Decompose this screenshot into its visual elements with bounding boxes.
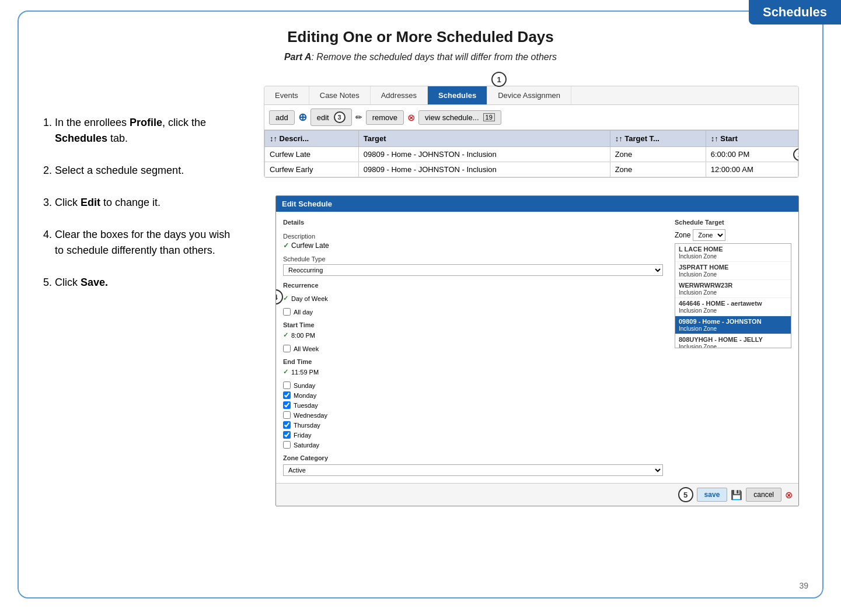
badge-4-container: 4	[275, 289, 283, 304]
friday-label: Friday	[294, 432, 312, 439]
zone-name-3: WERWRWRW23R	[679, 282, 787, 289]
description-value-container: ✓ Curfew Late	[283, 242, 663, 250]
schedule-type-label: Schedule Type	[283, 256, 663, 262]
edit-pencil-icon[interactable]: ✏	[355, 112, 362, 123]
dialog-footer: 5 save 💾 cancel ⊗	[276, 483, 798, 506]
sunday-checkbox[interactable]	[283, 382, 291, 389]
table-row[interactable]: Curfew Late 09809 - Home - JOHNSTON - In…	[265, 147, 798, 162]
details-label: Details	[283, 219, 663, 226]
end-time-value: 11:59 PM	[291, 369, 319, 376]
toolbar: add ⊕ edit 3 ✏	[264, 105, 798, 130]
badge-3: 3	[334, 111, 346, 123]
zone-name-2: JSPRATT HOME	[679, 264, 787, 271]
page-container: Schedules Editing One or More Scheduled …	[0, 0, 841, 616]
plus-icon: ⊕	[298, 111, 307, 124]
badge-2: 2	[793, 148, 799, 161]
add-icon-button[interactable]: ⊕	[298, 111, 307, 124]
tuesday-checkbox[interactable]	[283, 401, 291, 409]
sunday-label: Sunday	[294, 382, 315, 389]
edit-button[interactable]: edit 3	[310, 108, 352, 126]
table-row[interactable]: Curfew Early 09809 - Home - JOHNSTON - I…	[265, 162, 798, 177]
save-button[interactable]: save	[697, 488, 728, 502]
end-time-checkmark: ✓	[283, 368, 288, 376]
zone-item-5[interactable]: 09809 - Home - JOHNSTON Inclusion Zone	[675, 316, 791, 334]
thursday-checkbox[interactable]	[283, 421, 291, 429]
save-disk-icon[interactable]: 💾	[731, 489, 742, 501]
subtitle-bold: Part A	[284, 52, 312, 62]
col-target[interactable]: Target	[358, 131, 610, 147]
remove-button[interactable]: remove	[366, 110, 404, 125]
steps-list: In the enrollees Profile, click the Sche…	[42, 115, 240, 290]
remove-icon[interactable]: ⊗	[407, 112, 415, 123]
dialog-left: Details Description ✓ Curfew Late	[283, 219, 663, 476]
schedule-type-select[interactable]: Reoccurring	[283, 264, 663, 276]
view-schedule-badge: 19	[483, 113, 495, 121]
monday-label: Monday	[294, 392, 316, 399]
zone-target-select[interactable]: Zone	[693, 229, 725, 241]
badge-1-container: 1	[491, 72, 507, 87]
schedule-target-label: Schedule Target	[675, 219, 791, 226]
tab-device-assignment[interactable]: Device Assignmen	[487, 86, 571, 104]
zone-item-4[interactable]: 464646 - HOME - aertawetw Inclusion Zone	[675, 298, 791, 316]
all-week-checkbox[interactable]	[283, 345, 291, 352]
day-of-week-label: Day of Week	[291, 295, 328, 302]
schedules-tab-label: Schedules	[763, 5, 827, 19]
zone-category-select[interactable]: Active	[283, 464, 663, 476]
step-2: Select a schedule segment.	[55, 163, 240, 178]
dialog-title-bar: Edit Schedule	[276, 196, 798, 212]
save-label: save	[704, 491, 720, 499]
all-week-label: All Week	[294, 345, 319, 352]
saturday-checkbox[interactable]	[283, 441, 291, 449]
subtitle-rest: : Remove the scheduled days that will di…	[311, 52, 557, 62]
details-section: Details	[283, 219, 663, 227]
friday-checkbox[interactable]	[283, 431, 291, 439]
zone-item-2[interactable]: JSPRATT HOME Inclusion Zone	[675, 262, 791, 280]
zone-name-1: L LACE HOME	[679, 246, 787, 253]
days-section: Sunday Monday Tuesday	[283, 382, 663, 449]
tab-addresses[interactable]: Addresses	[371, 86, 428, 104]
cell-target-2: 09809 - Home - JOHNSTON - Inclusion	[358, 162, 610, 177]
cancel-icon[interactable]: ⊗	[785, 489, 793, 501]
zone-category-label: Zone Category	[283, 454, 663, 461]
start-time-checkmark: ✓	[283, 331, 288, 339]
zone-category-row: Zone Category Active	[283, 454, 663, 476]
checkmark-icon: ✓	[283, 242, 289, 250]
tab-case-notes[interactable]: Case Notes	[309, 86, 371, 104]
tab-schedules[interactable]: Schedules	[428, 86, 487, 104]
monday-checkbox[interactable]	[283, 391, 291, 399]
zone-name-5: 09809 - Home - JOHNSTON	[679, 318, 787, 325]
zone-sub-4: Inclusion Zone	[679, 307, 717, 314]
badge-5: 5	[678, 487, 693, 502]
cell-start-2: 12:00:00 AM	[706, 162, 798, 177]
cell-target-type-1: Zone	[610, 147, 706, 162]
page-title: Editing One or More Scheduled Days	[19, 12, 822, 52]
all-day-row: All day	[283, 308, 663, 316]
saturday-label: Saturday	[294, 442, 319, 449]
step-4: Clear the boxes for the days you wish to…	[55, 227, 240, 258]
col-description[interactable]: ↕↑ Descri...	[265, 131, 359, 147]
cancel-button[interactable]: cancel	[746, 488, 781, 502]
zone-item-3[interactable]: WERWRWRW23R Inclusion Zone	[675, 280, 791, 298]
dialog-body: Details Description ✓ Curfew Late	[276, 212, 798, 483]
all-day-checkbox[interactable]	[283, 308, 291, 316]
remove-label: remove	[372, 113, 397, 122]
col-target-type[interactable]: ↕↑ Target T...	[610, 131, 706, 147]
add-button[interactable]: add	[269, 110, 295, 125]
view-schedule-button[interactable]: view schedule... 19	[418, 110, 501, 125]
cell-description-1: Curfew Late	[265, 147, 359, 162]
cell-target-type-2: Zone	[610, 162, 706, 177]
wednesday-checkbox[interactable]	[283, 411, 291, 419]
zone-target-row: Zone Zone	[675, 229, 791, 241]
start-time-row: Start Time ✓ 8:00 PM	[283, 321, 663, 339]
cell-description-2: Curfew Early	[265, 162, 359, 177]
zone-scroll-box[interactable]: L LACE HOME Inclusion Zone JSPRATT HOME …	[675, 243, 791, 348]
zone-item-1[interactable]: L LACE HOME Inclusion Zone	[675, 244, 791, 262]
col-start[interactable]: ↕↑ Start	[706, 131, 798, 147]
tab-events[interactable]: Events	[264, 86, 309, 104]
recurrence-label: Recurrence	[283, 282, 663, 289]
thursday-label: Thursday	[294, 422, 320, 429]
zone-item-6[interactable]: 808UYHGH - HOME - JELLY Inclusion Zone	[675, 334, 791, 348]
zone-sub-1: Inclusion Zone	[679, 253, 717, 260]
main-card: Editing One or More Scheduled Days Part …	[18, 10, 823, 598]
step-5: Click Save.	[55, 275, 240, 290]
